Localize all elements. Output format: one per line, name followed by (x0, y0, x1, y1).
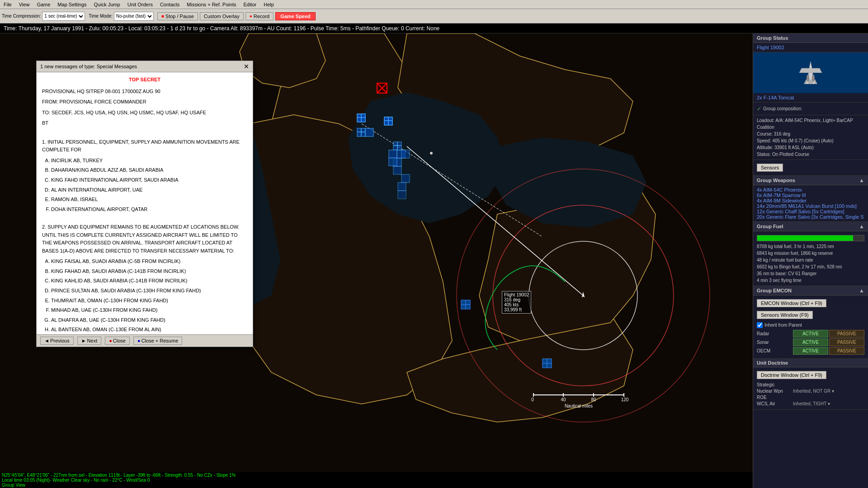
fuel-line2: 6843 kg mission fuel, 1866 kg reserve (757, 250, 864, 257)
wcs-air-value[interactable]: Inherited, TIGHT ▾ (793, 401, 830, 406)
svg-text:120: 120 (621, 397, 629, 402)
svg-marker-52 (804, 80, 817, 84)
weapon-link-3[interactable]: 14x 20mm/85 M61A1 Vulcan Burst [100 mds] (757, 203, 857, 209)
sonar-active-button[interactable]: ACTIVE (793, 338, 828, 346)
emcon-grid: Radar ACTIVE PASSIVE Sonar ACTIVE PASSIV… (757, 330, 864, 355)
list-item: AL BANTEEN AB, OMAN (C-130E FROM AL AIN) (51, 326, 247, 334)
list-item: MINHAD AB, UAE (C-130H FROM KING FAHD) (51, 306, 247, 314)
list-item: KING KAHLID AB, SAUDI ARABIA (C-141B FRO… (51, 277, 247, 285)
aircraft-type-link[interactable]: 2x F-14A Tomcat (757, 95, 794, 100)
fuel-line5: 36 nm to base: CV 61 Ranger (757, 270, 864, 277)
check-icon: ✓ (757, 106, 761, 112)
menu-unit-orders[interactable]: Unit Orders (124, 1, 156, 8)
bottom-bar: N25°45'04", E48°21'06" - 227nm from sel … (0, 472, 753, 488)
message-close-button[interactable]: ✕ (244, 63, 249, 70)
time-compression-select[interactable]: 1 sec (real-time) (42, 12, 85, 21)
radar-active-button[interactable]: ACTIVE (793, 330, 828, 338)
message-popup-header: 1 new messages of type: Special Messages… (37, 61, 253, 72)
menu-file[interactable]: File (0, 1, 15, 8)
time-mode-select[interactable]: No-pulse (fast) (114, 12, 154, 21)
weapon-link-1[interactable]: 6x AIM-7M Sparrow III (757, 192, 806, 198)
game-speed-button[interactable]: Game Speed (275, 12, 316, 20)
unit-doctrine-content: Doctrine Window (Ctrl + F9) Strategic Nu… (753, 367, 868, 410)
custom-overlay-button[interactable]: Custom Overlay (200, 12, 244, 20)
inherit-parent-checkbox[interactable] (757, 322, 763, 328)
menu-map-settings[interactable]: Map Settings (54, 1, 90, 8)
radar-passive-button[interactable]: PASSIVE (829, 330, 864, 338)
prev-label: Previous (50, 338, 70, 343)
svg-point-56 (812, 75, 815, 82)
svg-text:0: 0 (531, 397, 534, 402)
close-resume-button[interactable]: ● Close + Resume (133, 337, 182, 345)
flight-name-label: Flight 19002 (504, 292, 529, 297)
group-fuel-header: Group Fuel ▲ (753, 222, 868, 231)
map-area[interactable]: 0 40 80 120 Nautical miles 1 new message… (0, 33, 753, 488)
emcon-window-button[interactable]: EMCON Window (Ctrl + F9) (757, 299, 826, 307)
list-item: KING FAISAL AB, SUADI ARABIA (C-5B FROM … (51, 258, 247, 266)
menu-quick-jump[interactable]: Quick Jump (90, 1, 124, 8)
prev-button[interactable]: ◄ Previous (40, 337, 74, 345)
stop-pause-button[interactable]: ■ Stop / Pause (157, 12, 198, 20)
doctrine-window-button[interactable]: Doctrine Window (Ctrl + F9) (757, 371, 826, 379)
flight-label[interactable]: Flight 19002 316 deg 405 kts 33,999 ft (502, 291, 531, 314)
group-emcon-header: Group EMCON ▲ (753, 286, 868, 296)
oecm-passive-button[interactable]: PASSIVE (829, 347, 864, 355)
list-item: PRINCE SULTAN AB, SAUDI ARABIA (C-130H F… (51, 287, 247, 295)
sensors-window-button[interactable]: Sensors Window (F9) (757, 311, 813, 319)
list-item: DAHARAN/KING ABDUL AZIZ AB, SAUDI ARABIA (51, 166, 247, 174)
svg-rect-25 (398, 183, 406, 191)
flight-speed-label: 405 kts (504, 302, 529, 307)
weapon-link-0[interactable]: 4x AIM-54C Phoenix (757, 187, 802, 192)
menu-missions[interactable]: Missions + Ref. Points (183, 1, 240, 8)
section1-list: INCIRLIK AB, TURKEY DAHARAN/KING ABDUL A… (51, 157, 247, 214)
sensors-button[interactable]: Sensors (757, 164, 783, 172)
close-button[interactable]: ● Close (105, 337, 130, 345)
oecm-active-button[interactable]: ACTIVE (793, 347, 828, 355)
coalition-text: Coalition (757, 124, 864, 131)
loadout-text: Loadout: A/A: AIM-54C Phoenix, Light+ Ba… (757, 117, 864, 124)
speed-text: Speed: 405 kts (M 0.7) (Cruise) (Auto) (757, 137, 864, 144)
time-compression-label: Time Compression: (2, 14, 41, 19)
weapons-collapse-button[interactable]: ▲ (859, 177, 864, 183)
weapon-link-4[interactable]: 12x Generic Chaff Salvo [5x Cartridges] (757, 209, 844, 214)
inherit-parent-checkbox-row: Inherit from Parent (757, 322, 864, 328)
menu-view[interactable]: View (15, 1, 33, 8)
group-fuel-title: Group Fuel (757, 224, 783, 229)
sitrep-header: PROVISIONAL HQ SITREP 08-001 170000Z AUG… (42, 88, 247, 96)
menu-game[interactable]: Game (33, 1, 54, 8)
flight-name-link[interactable]: Flight 19002 (757, 45, 784, 50)
menu-editor[interactable]: Editor (240, 1, 260, 8)
sonar-passive-button[interactable]: PASSIVE (829, 338, 864, 346)
group-status-section: Group Status (753, 33, 868, 43)
close-resume-label: Close + Resume (142, 338, 179, 343)
weapon-link-2[interactable]: 4x AIM-9M Sidewinder (757, 198, 807, 203)
bt-line: BT (42, 119, 247, 127)
fuel-collapse-button[interactable]: ▲ (859, 223, 864, 230)
group-composition-label: Group composition: (763, 105, 802, 112)
view-bar: Group View (2, 483, 751, 488)
group-fuel-content: 8708 kg total fuel, 3 hr 1 min, 1225 nm … (753, 231, 868, 286)
svg-text:80: 80 (591, 397, 596, 402)
weapon-link-5[interactable]: 20x Generic Flare Salvo [3x Cartridges, … (757, 214, 864, 220)
message-content[interactable]: TOP SECRET PROVISIONAL HQ SITREP 08-001 … (37, 72, 253, 334)
menu-help[interactable]: Help (260, 1, 278, 8)
close-resume-circle-icon: ● (137, 338, 141, 343)
close-label: Close (113, 338, 126, 343)
svg-marker-51 (799, 68, 822, 73)
loadout-section: Loadout: A/A: AIM-54C Phoenix, Light+ Ba… (753, 115, 868, 160)
menu-contacts[interactable]: Contacts (156, 1, 183, 8)
group-weapons-title: Group Weapons (757, 178, 795, 183)
record-button[interactable]: ● Record (245, 12, 274, 20)
svg-point-48 (430, 152, 433, 155)
next-button[interactable]: ► Next (77, 337, 102, 345)
nuclear-wpn-value[interactable]: Inherited, NOT GR ▾ (793, 389, 834, 394)
emcon-collapse-button[interactable]: ▲ (859, 287, 864, 294)
message-popup: 1 new messages of type: Special Messages… (36, 61, 253, 347)
list-item: AL AIN INTERNATIONAL AIRPORT, UAE (51, 186, 247, 194)
unit-doctrine-title: Unit Doctrine (757, 360, 788, 366)
status-text: Status: On Plotted Course (757, 151, 864, 158)
message-popup-title: 1 new messages of type: Special Messages (40, 64, 137, 69)
svg-text:Nautical miles: Nautical miles (565, 404, 593, 408)
coords-bar: N25°45'04", E48°21'06" - 227nm from sel … (2, 473, 751, 478)
menu-bar: File View Game Map Settings Quick Jump U… (0, 0, 868, 9)
